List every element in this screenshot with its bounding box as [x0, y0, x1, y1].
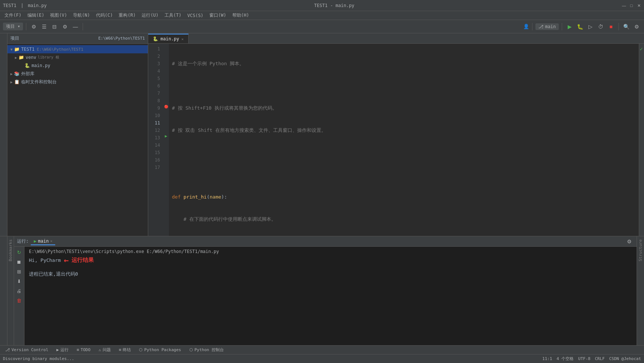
code-editor[interactable]: 1 2 3 4 5 6 7 8 9 10 11 12 13 14 15 16 1	[148, 44, 644, 236]
tab-mainpy[interactable]: 🐍 main.py ✕	[148, 34, 189, 43]
run-tab-close[interactable]: ✕	[50, 239, 52, 243]
tree-item-external[interactable]: ▶ 📚 外部库	[7, 70, 148, 78]
menu-view[interactable]: 视图(V)	[48, 11, 69, 19]
bookmarks-label[interactable]: Bookmarks	[8, 239, 13, 262]
tab-python-console-label: Python 控制台	[195, 347, 224, 353]
toolbar-sep-1	[26, 23, 26, 30]
window-title: TEST1 - main.py	[314, 3, 354, 8]
avatar-icon[interactable]: 👤	[523, 24, 529, 29]
todo-icon: ≡	[77, 347, 79, 352]
stop-run-button[interactable]: ⏹	[15, 258, 23, 266]
linenum-8: 8	[148, 97, 160, 104]
python-packages-icon: ⬡	[139, 347, 143, 352]
tab-terminal[interactable]: ≡ 终结	[115, 346, 135, 354]
tab-run[interactable]: ▶ 运行	[53, 346, 72, 354]
run-content: ↻ ⏹ ⊞ ⬇ 🖨 🗑 E:\W66\Python\TEST1\venv\Scr…	[14, 247, 637, 345]
tab-python-console[interactable]: ⬡ Python 控制台	[186, 346, 228, 354]
run-header-right: ⚙	[625, 237, 634, 246]
menu-help[interactable]: 帮助(H)	[230, 11, 252, 19]
clear-button[interactable]: 🗑	[15, 296, 23, 304]
status-encoding[interactable]: UTF-8	[578, 356, 590, 361]
project-header-label: 项目	[10, 35, 19, 41]
run-arrow-annotation: ←	[64, 256, 69, 265]
filter-button[interactable]: ⊞	[15, 267, 23, 276]
debug-button[interactable]: 🐛	[575, 22, 584, 31]
settings2-button[interactable]: ⚙	[632, 22, 641, 31]
linenum-13: 13	[148, 134, 160, 141]
tab-close-mainpy[interactable]: ✕	[182, 37, 184, 41]
linenum-9: 9	[148, 104, 160, 112]
tree-item-venv[interactable]: ▶ 📁 venv library 根	[7, 53, 148, 61]
maximize-button[interactable]: □	[629, 3, 634, 8]
tab-python-packages[interactable]: ⬡ Python Packages	[135, 346, 185, 354]
gear-button[interactable]: ⚙	[60, 22, 69, 31]
project-name: TEST1	[3, 3, 16, 8]
tab-todo[interactable]: ≡ TODO	[73, 346, 94, 354]
menu-window[interactable]: 窗口(W)	[207, 11, 229, 19]
rerun-button[interactable]: ↻	[15, 248, 23, 256]
code-content[interactable]: # 这是一个示例 Python 脚本。 # 按 Shift+F10 执行或将其替…	[169, 44, 639, 236]
project-dropdown[interactable]: 项目 ▾	[3, 23, 23, 30]
close-button[interactable]: ✕	[637, 3, 641, 8]
stop-button[interactable]: ■	[607, 22, 615, 31]
run-tab-main[interactable]: ▶ main ✕	[31, 238, 55, 245]
run-settings-button[interactable]: ⚙	[625, 237, 634, 246]
print-button[interactable]: 🖨	[15, 287, 23, 295]
minus-button[interactable]: —	[71, 22, 80, 31]
status-ok-icon: ✓	[640, 45, 643, 53]
menu-vcs[interactable]: VCS(S)	[185, 12, 206, 19]
run-coverage-button[interactable]: ▷	[586, 22, 595, 31]
tree-item-mainpy[interactable]: ▶ 🐍 main.py	[7, 61, 148, 70]
tab-version-control-label: Version Control	[11, 347, 48, 352]
menu-run[interactable]: 运行(U)	[139, 11, 161, 19]
run-marker[interactable]: ▶	[165, 133, 167, 140]
status-spaces[interactable]: 4 个空格	[557, 356, 574, 362]
project-tree: ▼ 📁 TEST1 E:\W66\Python\TEST1 ▶ 📁 venv l…	[7, 44, 148, 236]
code-line-3: # 按 Shift+F10 执行或将其替换为您的代码。	[172, 104, 636, 112]
list-button[interactable]: ☰	[40, 22, 49, 31]
minimize-button[interactable]: —	[622, 3, 626, 8]
run-header: 运行: ▶ main ✕ ⚙	[14, 236, 637, 247]
branch-selector[interactable]: ⎇ main	[535, 23, 559, 30]
linenum-10: 10	[148, 112, 160, 119]
tab-problems[interactable]: ⚠ 问题	[95, 346, 114, 354]
settings-button[interactable]: ⚙	[29, 22, 38, 31]
menu-tools[interactable]: 工具(T)	[162, 11, 184, 19]
tree-label-temp: 临时文件和控制台	[21, 79, 57, 85]
status-position[interactable]: 11:1	[542, 356, 552, 361]
menu-file[interactable]: 文件(F)	[2, 11, 24, 19]
toolbar-sep-2	[83, 23, 83, 30]
status-right: 11:1 4 个空格 UTF-8 CRLF CSDN @Jehocat	[542, 356, 641, 362]
right-tab-label[interactable]: Structure	[638, 239, 643, 262]
branch-name: main	[545, 24, 556, 29]
scroll-end-button[interactable]: ⬇	[15, 277, 23, 285]
menu-code[interactable]: 代码(C)	[94, 11, 115, 19]
code-line-8: # 在下面的代码行中使用断点来调试脚本。	[172, 216, 636, 223]
menu-bar: 文件(F) 编辑(E) 视图(V) 导航(N) 代码(C) 重构(R) 运行(U…	[0, 11, 644, 20]
tree-item-root[interactable]: ▼ 📁 TEST1 E:\W66\Python\TEST1	[7, 45, 148, 53]
search-button[interactable]: 🔍	[622, 22, 631, 31]
code-line-5	[172, 149, 636, 156]
error-stripe: ✓	[639, 44, 644, 236]
profile-button[interactable]: ⏱	[596, 22, 605, 31]
menu-navigate[interactable]: 导航(N)	[71, 11, 92, 19]
tree-label-root: TEST1	[21, 47, 34, 52]
breakpoint-marker[interactable]: 🔴	[164, 103, 168, 110]
tab-version-control[interactable]: ⎇ Version Control	[1, 346, 52, 354]
collapse-button[interactable]: ⊟	[50, 22, 59, 31]
tree-arrow-root: ▼	[10, 47, 13, 51]
run-config-button[interactable]: ▶	[565, 22, 574, 31]
menu-edit[interactable]: 编辑(E)	[25, 11, 47, 19]
run-exit-text: 进程已结束,退出代码0	[29, 271, 632, 277]
menu-refactor[interactable]: 重构(R)	[116, 11, 138, 19]
title-separator: |	[21, 3, 23, 8]
gutter-15	[163, 147, 169, 155]
run-command-path: E:\W66\Python\TEST1\venv\Scripts\python.…	[29, 249, 632, 254]
run-output: E:\W66\Python\TEST1\venv\Scripts\python.…	[24, 247, 637, 345]
run-panel: 运行: ▶ main ✕ ⚙ ↻ ⏹ ⊞ ⬇ 🖨 🗑	[14, 236, 637, 345]
tree-item-temp[interactable]: ▶ 📋 临时文件和控制台	[7, 78, 148, 86]
left-icons-bottom	[0, 236, 7, 345]
status-line-sep[interactable]: CRLF	[595, 356, 605, 361]
linenum-16: 16	[148, 156, 160, 164]
tab-run-label: 运行	[60, 347, 69, 353]
